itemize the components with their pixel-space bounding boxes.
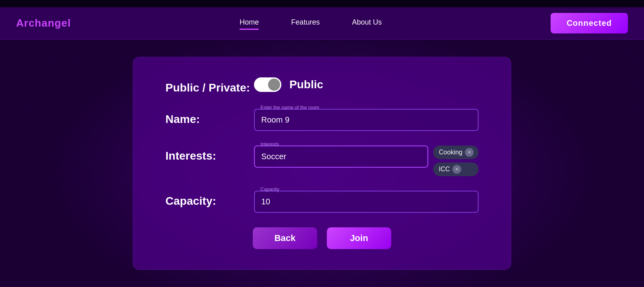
tag-cooking: Cooking ✕ [433,146,479,159]
interests-area: Interests Cooking ✕ ICC ✕ [254,146,479,176]
join-button[interactable]: Join [327,227,391,249]
name-controls: Enter the name of the room [254,109,479,131]
public-private-label: Public / Private: [165,77,254,94]
name-label: Name: [165,109,254,126]
name-field-wrapper: Enter the name of the room [254,109,479,131]
connected-button[interactable]: Connected [551,13,628,33]
interests-field-wrapper: Interests [254,146,428,168]
nav-links: Home Features About Us [239,18,382,28]
public-private-row: Public / Private: Public [165,77,479,94]
nav-link-features[interactable]: Features [291,18,320,28]
tag-icc: ICC ✕ [433,162,479,176]
capacity-field-label: Capacity [259,187,281,192]
form-card: Public / Private: Public Name: Enter the… [133,57,511,270]
toggle-area: Public [254,77,479,92]
capacity-field-wrapper: Capacity [254,191,479,213]
interests-controls: Interests Cooking ✕ ICC ✕ [254,146,479,176]
name-field-label: Enter the name of the room [259,105,321,110]
public-private-toggle[interactable] [254,77,281,92]
toggle-state-label: Public [289,78,323,91]
main-content: Public / Private: Public Name: Enter the… [0,40,644,287]
capacity-row: Capacity: Capacity [165,191,479,213]
interests-label: Interests: [165,146,254,162]
name-row: Name: Enter the name of the room [165,109,479,131]
interests-input-wrapper: Interests [254,146,428,168]
tag-icc-label: ICC [439,166,450,173]
interests-row: Interests: Interests Cooking ✕ [165,146,479,176]
interests-input[interactable] [254,146,428,168]
back-button[interactable]: Back [253,227,317,249]
capacity-label: Capacity: [165,191,254,208]
capacity-input[interactable] [254,191,479,213]
buttons-row: Back Join [165,227,479,249]
top-bar [0,0,644,7]
tags-area: Cooking ✕ ICC ✕ [433,146,479,176]
toggle-knob [268,79,280,91]
tag-cooking-label: Cooking [439,149,462,156]
logo: Archangel [16,17,71,29]
interests-field-label: Interests [259,141,281,147]
navbar: Archangel Home Features About Us Connect… [0,7,644,40]
nav-link-home[interactable]: Home [239,18,259,28]
capacity-controls: Capacity [254,191,479,213]
public-private-controls: Public [254,77,479,92]
name-input[interactable] [254,109,479,131]
tag-cooking-close[interactable]: ✕ [465,148,474,157]
nav-link-about[interactable]: About Us [352,18,382,28]
tag-icc-close[interactable]: ✕ [452,165,461,174]
